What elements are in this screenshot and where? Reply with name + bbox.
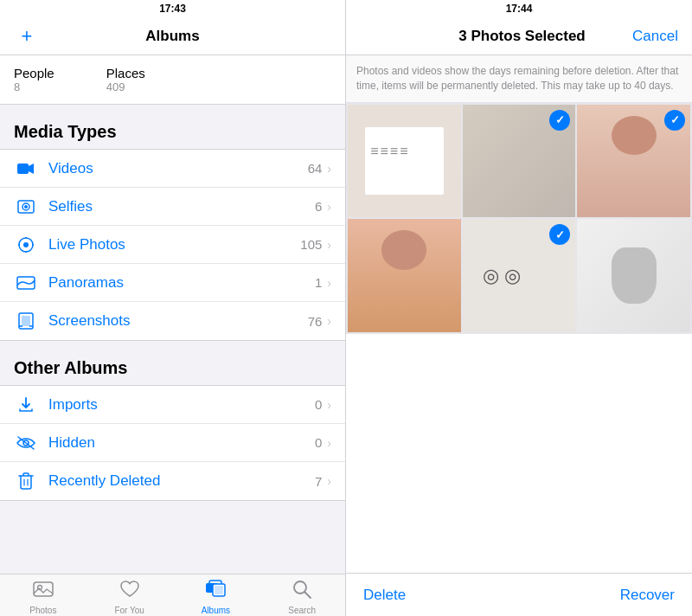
tab-photos[interactable]: Photos	[0, 580, 86, 615]
media-types-list: Videos 64 › Selfies 6 ›	[0, 149, 345, 341]
live-photos-chevron: ›	[327, 238, 331, 252]
svg-rect-13	[22, 316, 30, 326]
search-tab-label: Search	[288, 606, 316, 615]
imports-label: Imports	[48, 396, 315, 414]
for-you-tab-icon	[119, 580, 140, 604]
bottom-action-bar: Delete Recover	[346, 573, 692, 616]
tab-for-you[interactable]: For You	[86, 580, 173, 615]
delete-button[interactable]: Delete	[363, 587, 406, 604]
photo-grid-container	[346, 103, 692, 334]
live-photos-count: 105	[300, 237, 322, 252]
banner-text: Photos and videos show the days remainin…	[356, 65, 678, 92]
right-content: Photos and videos show the days remainin…	[346, 55, 692, 573]
imports-count: 0	[315, 397, 322, 412]
panoramas-count: 1	[315, 275, 322, 290]
for-you-tab-label: For You	[114, 606, 144, 615]
photo-1-inner	[348, 105, 461, 218]
status-bar-left: 17:43	[0, 0, 345, 17]
status-bar-right: 17:44	[346, 0, 692, 17]
videos-chevron: ›	[327, 162, 331, 176]
albums-title: Albums	[145, 28, 199, 45]
people-places-section: People 8 Places 409	[0, 55, 345, 105]
photos-tab-icon	[33, 580, 54, 604]
list-item-panoramas[interactable]: Panoramas 1 ›	[0, 264, 345, 302]
recently-deleted-count: 7	[315, 474, 322, 489]
photo-cell-1[interactable]	[348, 105, 461, 218]
list-item-videos[interactable]: Videos 64 ›	[0, 150, 345, 188]
add-button[interactable]: +	[14, 23, 40, 49]
search-tab-icon	[292, 580, 311, 604]
deleted-banner: Photos and videos show the days remainin…	[346, 55, 692, 103]
svg-rect-0	[17, 164, 29, 174]
places-label: Places	[106, 66, 145, 80]
videos-count: 64	[308, 161, 323, 176]
photos-tab-label: Photos	[29, 606, 56, 615]
people-item[interactable]: People 8	[14, 66, 54, 93]
selection-title: 3 Photos Selected	[458, 28, 585, 45]
svg-point-4	[24, 205, 28, 209]
selfies-label: Selfies	[48, 198, 315, 215]
screenshots-count: 76	[308, 314, 323, 329]
panoramas-label: Panoramas	[48, 274, 315, 292]
places-count: 409	[106, 80, 145, 93]
panorama-icon	[14, 276, 38, 290]
left-panel: 17:43 + Albums People 8 Places 409 Media…	[0, 0, 346, 616]
list-item-recently-deleted[interactable]: Recently Deleted 7 ›	[0, 462, 345, 500]
tab-albums[interactable]: Albums	[173, 580, 260, 615]
photo-cell-5[interactable]	[463, 219, 576, 332]
time-right: 17:44	[506, 3, 533, 15]
left-content: People 8 Places 409 Media Types Videos 6…	[0, 55, 345, 574]
imports-icon	[14, 396, 38, 414]
photo-cell-2[interactable]	[463, 105, 576, 218]
selfie-icon	[14, 198, 38, 215]
svg-rect-25	[215, 586, 223, 594]
media-types-header: Media Types	[0, 105, 345, 149]
panoramas-chevron: ›	[327, 276, 331, 290]
places-item[interactable]: Places 409	[106, 66, 145, 93]
selection-check-2	[549, 110, 570, 131]
recover-button[interactable]: Recover	[620, 587, 675, 604]
live-photos-icon	[14, 236, 38, 253]
hidden-chevron: ›	[327, 436, 331, 450]
selfies-count: 6	[315, 199, 322, 214]
svg-point-6	[23, 242, 29, 247]
selection-check-3	[664, 110, 685, 131]
list-item-screenshots[interactable]: Screenshots 76 ›	[0, 302, 345, 340]
list-item-live-photos[interactable]: Live Photos 105 ›	[0, 226, 345, 264]
nav-bar-left: + Albums	[0, 17, 345, 55]
photo-cell-3[interactable]	[577, 105, 690, 218]
svg-rect-20	[34, 582, 53, 596]
list-item-hidden[interactable]: Hidden 0 ›	[0, 424, 345, 462]
hidden-count: 0	[315, 435, 322, 450]
list-item-selfies[interactable]: Selfies 6 ›	[0, 188, 345, 226]
screenshots-label: Screenshots	[48, 312, 308, 330]
hidden-label: Hidden	[48, 434, 315, 452]
photo-grid	[346, 103, 692, 334]
svg-line-27	[305, 593, 311, 599]
live-photos-label: Live Photos	[48, 236, 300, 253]
screenshot-icon	[14, 312, 38, 330]
video-icon	[14, 162, 38, 176]
videos-label: Videos	[48, 160, 308, 177]
trash-icon	[14, 472, 38, 490]
hidden-icon	[14, 436, 38, 450]
recently-deleted-label: Recently Deleted	[48, 472, 315, 490]
selfies-chevron: ›	[327, 200, 331, 214]
photo-cell-4[interactable]	[348, 219, 461, 332]
photo-4-inner	[348, 219, 461, 332]
people-count: 8	[14, 80, 54, 93]
imports-chevron: ›	[327, 398, 331, 412]
albums-tab-label: Albums	[202, 606, 230, 615]
list-item-imports[interactable]: Imports 0 ›	[0, 386, 345, 424]
right-panel: 17:44 3 Photos Selected Cancel Photos an…	[346, 0, 692, 616]
photo-cell-6[interactable]	[577, 219, 690, 332]
cancel-button[interactable]: Cancel	[632, 28, 678, 45]
photo-6-inner	[577, 219, 690, 332]
nav-bar-right: 3 Photos Selected Cancel	[346, 17, 692, 55]
tab-search[interactable]: Search	[259, 580, 345, 615]
albums-tab-icon	[205, 580, 226, 604]
svg-marker-1	[29, 164, 34, 174]
other-albums-list: Imports 0 › Hidden 0 ›	[0, 385, 345, 501]
tab-bar: Photos For You Albums	[0, 574, 345, 616]
screenshots-chevron: ›	[327, 314, 331, 328]
